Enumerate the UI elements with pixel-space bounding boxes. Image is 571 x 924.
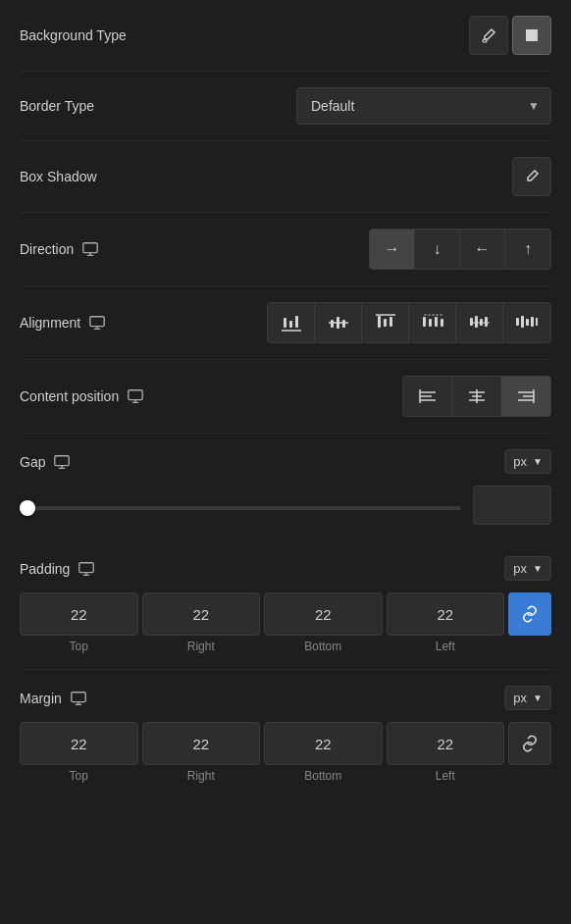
background-brush-btn[interactable] bbox=[469, 16, 508, 55]
padding-left-cell: Left bbox=[387, 592, 505, 653]
border-type-label: Border Type bbox=[20, 98, 94, 114]
padding-left-input[interactable] bbox=[387, 592, 505, 636]
margin-top-cell: Top bbox=[20, 722, 138, 783]
margin-top-input[interactable] bbox=[20, 722, 138, 765]
svg-rect-27 bbox=[526, 319, 529, 326]
content-position-left-btn[interactable] bbox=[403, 377, 452, 416]
direction-left-btn[interactable]: ← bbox=[460, 230, 505, 269]
align-btn-3[interactable] bbox=[362, 303, 409, 342]
content-position-right-btn[interactable] bbox=[501, 377, 550, 416]
margin-right-input[interactable] bbox=[142, 722, 261, 765]
svg-rect-4 bbox=[289, 321, 292, 328]
svg-rect-21 bbox=[475, 316, 478, 328]
align-btn-6[interactable] bbox=[503, 303, 550, 342]
align-btn-2[interactable] bbox=[315, 303, 362, 342]
svg-rect-5 bbox=[295, 316, 298, 328]
svg-rect-9 bbox=[342, 320, 345, 328]
gap-slider[interactable] bbox=[20, 506, 461, 510]
align-btn-5[interactable] bbox=[456, 303, 503, 342]
alignment-monitor-icon bbox=[88, 314, 106, 332]
margin-right-label: Right bbox=[187, 769, 215, 783]
padding-header: Padding px ▼ bbox=[20, 556, 551, 581]
margin-top-label: Top bbox=[70, 769, 88, 783]
direction-buttons: → ↓ ← ↑ bbox=[369, 229, 551, 270]
margin-unit-selector[interactable]: px ▼ bbox=[504, 686, 551, 710]
padding-link-cell bbox=[508, 592, 551, 653]
gap-slider-container bbox=[20, 497, 461, 513]
margin-header: Margin px ▼ bbox=[20, 686, 551, 710]
svg-rect-44 bbox=[79, 562, 93, 572]
content-position-buttons bbox=[402, 376, 551, 417]
gap-unit-chevron-icon: ▼ bbox=[533, 456, 543, 467]
brush-icon bbox=[481, 27, 496, 43]
svg-rect-30 bbox=[129, 390, 142, 400]
margin-unit-label: px bbox=[513, 691, 527, 705]
direction-label: Direction bbox=[20, 241, 74, 257]
margin-label: Margin bbox=[20, 691, 62, 706]
padding-unit-selector[interactable]: px ▼ bbox=[504, 556, 551, 581]
svg-rect-0 bbox=[526, 29, 538, 41]
padding-bottom-input[interactable] bbox=[264, 592, 383, 636]
gap-unit-label: px bbox=[513, 454, 527, 469]
svg-rect-26 bbox=[521, 316, 524, 328]
padding-right-input[interactable] bbox=[142, 592, 261, 636]
alignment-label: Alignment bbox=[20, 315, 80, 331]
svg-rect-13 bbox=[389, 317, 392, 327]
svg-rect-16 bbox=[429, 319, 432, 327]
gap-unit-selector[interactable]: px ▼ bbox=[504, 449, 551, 474]
margin-right-cell: Right bbox=[142, 722, 261, 783]
link-icon bbox=[521, 735, 539, 752]
margin-bottom-label: Bottom bbox=[304, 769, 341, 783]
border-type-select[interactable]: Default Solid Dashed Dotted Double bbox=[296, 87, 551, 125]
box-shadow-edit-btn[interactable] bbox=[512, 157, 551, 196]
align-btn-1[interactable] bbox=[268, 303, 315, 342]
margin-label-group: Margin bbox=[20, 690, 87, 707]
align-btn-4[interactable] bbox=[409, 303, 456, 342]
padding-grid: Top Right Bottom Left bbox=[20, 592, 551, 653]
padding-right-label: Right bbox=[187, 640, 215, 653]
padding-unit-label: px bbox=[513, 561, 527, 576]
svg-rect-43 bbox=[55, 455, 69, 465]
content-position-monitor-icon bbox=[127, 387, 144, 405]
margin-bottom-cell: Bottom bbox=[264, 722, 383, 783]
padding-link-btn[interactable] bbox=[508, 592, 551, 636]
margin-left-input[interactable] bbox=[387, 722, 505, 765]
content-position-center-btn[interactable] bbox=[452, 377, 501, 416]
link-icon bbox=[521, 605, 539, 623]
direction-down-btn[interactable]: ↓ bbox=[415, 230, 460, 269]
direction-up-btn[interactable]: ↑ bbox=[505, 230, 550, 269]
margin-unit-chevron-icon: ▼ bbox=[533, 693, 543, 703]
svg-rect-17 bbox=[435, 317, 438, 327]
padding-top-input[interactable] bbox=[20, 592, 138, 636]
padding-label-group: Padding bbox=[20, 560, 95, 578]
edit-icon bbox=[524, 169, 540, 184]
svg-rect-45 bbox=[72, 692, 85, 701]
svg-rect-23 bbox=[485, 317, 488, 327]
margin-bottom-input[interactable] bbox=[264, 722, 383, 765]
padding-bottom-cell: Bottom bbox=[264, 592, 383, 653]
padding-section: Padding px ▼ Top Right bbox=[20, 540, 551, 670]
svg-rect-7 bbox=[331, 320, 334, 328]
gap-monitor-icon bbox=[53, 453, 71, 471]
background-type-controls bbox=[469, 16, 551, 55]
direction-right-btn[interactable]: → bbox=[370, 230, 415, 269]
padding-top-label: Top bbox=[70, 640, 88, 653]
padding-left-label: Left bbox=[436, 640, 455, 653]
background-type-label: Background Type bbox=[20, 27, 127, 43]
svg-rect-25 bbox=[516, 318, 519, 326]
padding-label: Padding bbox=[20, 561, 70, 577]
margin-section: Margin px ▼ Top Right bbox=[20, 670, 551, 798]
svg-rect-18 bbox=[441, 319, 443, 327]
background-square-btn[interactable] bbox=[512, 16, 551, 55]
gap-value-input[interactable] bbox=[473, 486, 551, 525]
svg-rect-15 bbox=[423, 317, 426, 327]
direction-monitor-icon bbox=[81, 240, 99, 258]
svg-rect-20 bbox=[470, 318, 473, 326]
padding-top-cell: Top bbox=[20, 592, 138, 653]
margin-link-btn[interactable] bbox=[508, 722, 551, 765]
gap-label-group: Gap bbox=[20, 453, 71, 471]
margin-monitor-icon bbox=[70, 690, 87, 707]
direction-label-group: Direction bbox=[20, 240, 99, 258]
padding-bottom-label: Bottom bbox=[304, 640, 341, 653]
margin-grid: Top Right Bottom Left bbox=[20, 722, 551, 783]
